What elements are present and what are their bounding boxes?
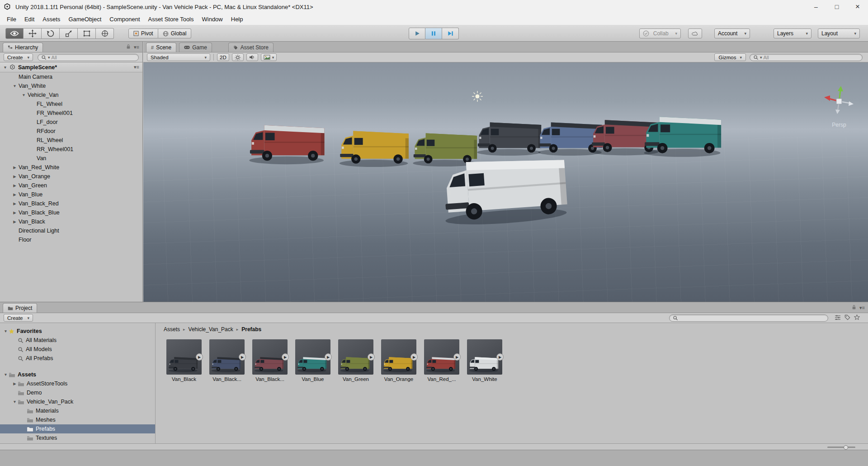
project-item-vehicle-van-pack[interactable]: ▼Vehicle_Van_Pack bbox=[0, 397, 155, 406]
tab-game[interactable]: Game bbox=[179, 43, 212, 52]
hierarchy-item-van-black-red[interactable]: ▶Van_Black_Red bbox=[0, 199, 142, 208]
foldout-collapsed-icon[interactable]: ▶ bbox=[12, 174, 18, 179]
hierarchy-item-rl-wheel[interactable]: RL_Wheel bbox=[0, 136, 142, 145]
maximize-button[interactable]: □ bbox=[826, 0, 847, 14]
menu-item-file[interactable]: File bbox=[3, 14, 20, 25]
prefab-van-orange[interactable]: ▶Van_Orange bbox=[381, 339, 416, 382]
persp-label[interactable]: Persp bbox=[822, 122, 856, 128]
menu-item-window[interactable]: Window bbox=[198, 14, 227, 25]
hierarchy-item-van-red-white[interactable]: ▶Van_Red_White bbox=[0, 163, 142, 172]
prefab-expand-arrow-icon[interactable]: ▶ bbox=[496, 353, 504, 361]
foldout-expanded-icon[interactable]: ▼ bbox=[12, 399, 18, 404]
hierarchy-item-van-black[interactable]: ▶Van_Black bbox=[0, 217, 142, 226]
menu-item-gameobject[interactable]: GameObject bbox=[64, 14, 105, 25]
scale-tool-button[interactable] bbox=[60, 28, 78, 39]
tab-project[interactable]: Project bbox=[3, 303, 37, 313]
prefab-thumbnail[interactable]: ▶ bbox=[338, 339, 373, 375]
foldout-expanded-icon[interactable]: ▼ bbox=[21, 93, 27, 97]
hierarchy-item-rr-wheel001[interactable]: RR_Wheel001 bbox=[0, 145, 142, 154]
close-button[interactable]: × bbox=[847, 0, 868, 14]
gizmos-dropdown[interactable]: Gizmos ▾ bbox=[714, 53, 746, 61]
draw-mode-dropdown[interactable]: Shaded ▾ bbox=[147, 53, 210, 61]
global-toggle-button[interactable]: Global bbox=[158, 29, 192, 38]
layers-dropdown[interactable]: Layers ▾ bbox=[774, 29, 811, 38]
tab-asset-store[interactable]: Asset Store bbox=[228, 43, 274, 52]
project-item-meshes[interactable]: Meshes bbox=[0, 415, 155, 424]
foldout-collapsed-icon[interactable]: ▶ bbox=[12, 183, 18, 188]
pause-button[interactable] bbox=[425, 28, 442, 39]
2d-toggle-button[interactable]: 2D bbox=[217, 53, 229, 61]
lock-icon[interactable] bbox=[126, 44, 131, 50]
scene-header-row[interactable]: ▼ SampleScene* ▾≡ bbox=[0, 62, 142, 72]
breadcrumb-vehicle-van-pack[interactable]: Vehicle_Van_Pack bbox=[189, 326, 233, 333]
hierarchy-item-van-black-blue[interactable]: ▶Van_Black_Blue bbox=[0, 208, 142, 217]
hierarchy-item-rfdoor[interactable]: RFdoor bbox=[0, 127, 142, 136]
step-button[interactable] bbox=[442, 28, 459, 39]
van-teal[interactable] bbox=[641, 109, 729, 158]
foldout-collapsed-icon[interactable]: ▶ bbox=[12, 201, 18, 206]
hierarchy-item-van-blue[interactable]: ▶Van_Blue bbox=[0, 190, 142, 199]
prefab-expand-arrow-icon[interactable]: ▶ bbox=[453, 353, 461, 361]
project-item-favorites[interactable]: ▼Favorites bbox=[0, 327, 155, 336]
foldout-expanded-icon[interactable]: ▼ bbox=[3, 372, 9, 377]
prefab-expand-arrow-icon[interactable]: ▶ bbox=[410, 353, 418, 361]
cloud-button[interactable] bbox=[688, 29, 702, 38]
scene-orientation-gizmo[interactable]: Persp bbox=[822, 84, 856, 128]
transform-tool-button[interactable] bbox=[96, 28, 114, 39]
prefab-thumbnail[interactable]: ▶ bbox=[424, 339, 459, 375]
project-item-all-materials[interactable]: All Materials bbox=[0, 336, 155, 345]
panel-menu-icon[interactable]: ▾≡ bbox=[859, 305, 865, 311]
search-filter-caret-icon[interactable]: ▾ bbox=[760, 55, 762, 60]
hierarchy-item-van-orange[interactable]: ▶Van_Orange bbox=[0, 172, 142, 181]
prefab-van-black[interactable]: ▶Van_Black... bbox=[252, 339, 288, 382]
prefab-van-red[interactable]: ▶Van_Red_... bbox=[424, 339, 459, 382]
hierarchy-item-van[interactable]: Van bbox=[0, 154, 142, 163]
menu-item-edit[interactable]: Edit bbox=[20, 14, 38, 25]
favorite-search-icon[interactable] bbox=[854, 314, 860, 322]
van-white-hero[interactable] bbox=[436, 143, 581, 229]
prefab-van-black[interactable]: ▶Van_Black bbox=[166, 339, 202, 382]
slider-handle[interactable] bbox=[844, 445, 848, 450]
hierarchy-item-fl-wheel[interactable]: FL_Wheel bbox=[0, 100, 142, 109]
layout-dropdown[interactable]: Layout ▾ bbox=[818, 29, 860, 38]
collab-dropdown[interactable]: Collab ▾ bbox=[639, 29, 681, 38]
scene-effects-button[interactable]: ▾ bbox=[261, 53, 277, 61]
project-item-textures[interactable]: Textures bbox=[0, 433, 155, 442]
menu-item-assets[interactable]: Assets bbox=[38, 14, 64, 25]
tab-scene[interactable]: # Scene bbox=[146, 43, 176, 52]
hierarchy-create-button[interactable]: Create ▾ bbox=[4, 53, 33, 61]
search-filter-caret-icon[interactable]: ▾ bbox=[48, 55, 50, 60]
prefab-thumbnail[interactable]: ▶ bbox=[295, 339, 330, 375]
hand-tool-button[interactable] bbox=[5, 28, 24, 39]
scene-header-menu-icon[interactable]: ▾≡ bbox=[134, 64, 139, 70]
prefab-expand-arrow-icon[interactable]: ▶ bbox=[196, 353, 203, 361]
account-dropdown[interactable]: Account ▾ bbox=[714, 29, 750, 38]
rect-tool-button[interactable] bbox=[78, 28, 96, 39]
project-search-input[interactable] bbox=[669, 314, 828, 322]
hierarchy-item-fr-wheel001[interactable]: FR_Wheel001 bbox=[0, 109, 142, 118]
project-create-button[interactable]: Create ▾ bbox=[4, 314, 33, 322]
scene-lighting-button[interactable] bbox=[232, 53, 244, 61]
rotate-tool-button[interactable] bbox=[42, 28, 60, 39]
foldout-collapsed-icon[interactable]: ▶ bbox=[12, 210, 18, 215]
van-orange[interactable] bbox=[337, 124, 416, 168]
menu-item-asset-store-tools[interactable]: Asset Store Tools bbox=[144, 14, 198, 25]
project-item-assetstoretools[interactable]: ▶AssetStoreTools bbox=[0, 379, 155, 388]
prefab-van-green[interactable]: ▶Van_Green bbox=[338, 339, 373, 382]
prefab-expand-arrow-icon[interactable]: ▶ bbox=[325, 353, 332, 361]
prefab-thumbnail[interactable]: ▶ bbox=[381, 339, 416, 375]
pivot-toggle-button[interactable]: Pivot bbox=[128, 29, 158, 38]
lock-icon[interactable] bbox=[852, 304, 856, 311]
hierarchy-item-directional-light[interactable]: Directional Light bbox=[0, 226, 142, 235]
scene-audio-button[interactable] bbox=[246, 53, 258, 61]
foldout-expanded-icon[interactable]: ▼ bbox=[12, 84, 18, 88]
hierarchy-item-van-green[interactable]: ▶Van_Green bbox=[0, 181, 142, 190]
hierarchy-search-input[interactable]: ▾ All bbox=[38, 54, 139, 61]
prefab-expand-arrow-icon[interactable]: ▶ bbox=[368, 353, 375, 361]
play-button[interactable] bbox=[409, 28, 425, 39]
project-item-all-models[interactable]: All Models bbox=[0, 345, 155, 354]
prefab-van-black[interactable]: ▶Van_Black... bbox=[209, 339, 245, 382]
breadcrumb-assets[interactable]: Assets bbox=[164, 326, 180, 333]
panel-menu-icon[interactable]: ▾≡ bbox=[134, 44, 139, 50]
van-red-white[interactable] bbox=[246, 118, 332, 166]
